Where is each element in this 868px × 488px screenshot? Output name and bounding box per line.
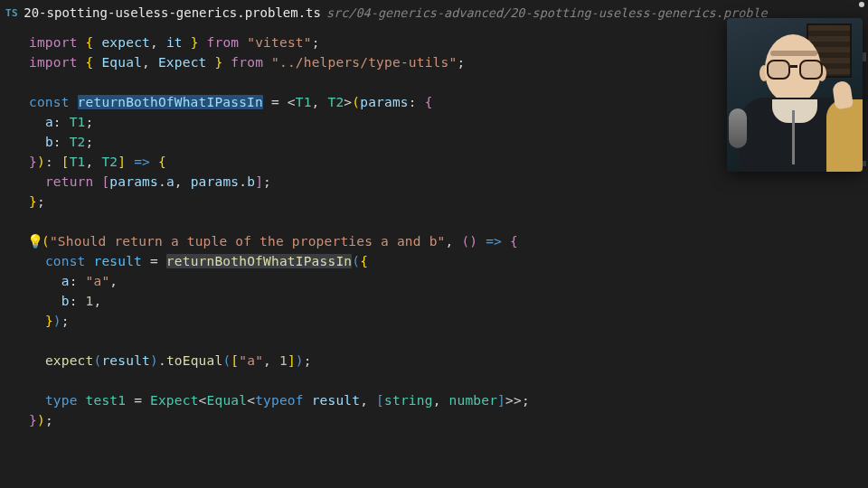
presenter-shoulder — [826, 99, 863, 172]
unsaved-indicator — [859, 2, 864, 7]
presenter-brow — [770, 51, 817, 56]
typescript-icon: TS — [5, 7, 18, 19]
presenter-hand — [832, 80, 854, 109]
microphone-icon — [729, 108, 747, 148]
tab-filename: 20-spotting-useless-generics.problem.ts — [24, 5, 321, 20]
presenter-collar — [772, 99, 817, 123]
lightbulb-icon[interactable]: 💡 — [27, 231, 42, 251]
code-line: type test1 = Expect<Equal<typeof result,… — [29, 390, 868, 410]
code-line: }); — [29, 311, 868, 331]
code-line: const result = returnBothOfWhatIPassIn({ — [29, 251, 868, 271]
code-line: a: "a", — [29, 271, 868, 291]
code-line: }; — [29, 192, 868, 211]
code-line: return [params.a, params.b]; — [29, 172, 868, 192]
tab-filepath: src/04-generics-advanced/20-spotting-use… — [326, 5, 768, 20]
blank-line — [29, 211, 868, 231]
editor-tab[interactable]: TS 20-spotting-useless-generics.problem.… — [0, 2, 777, 23]
code-line: }); — [29, 410, 868, 430]
minimap-region — [863, 161, 866, 166]
blank-line — [29, 371, 868, 390]
code-line: expect(result).toEqual(["a", 1]); — [29, 351, 868, 371]
glasses-icon — [767, 60, 823, 80]
code-line: b: 1, — [29, 291, 868, 311]
blank-line — [29, 331, 868, 351]
presenter-zipper — [792, 110, 795, 164]
webcam-overlay — [727, 18, 863, 172]
code-line: 💡("Should return a tuple of the properti… — [29, 231, 868, 251]
